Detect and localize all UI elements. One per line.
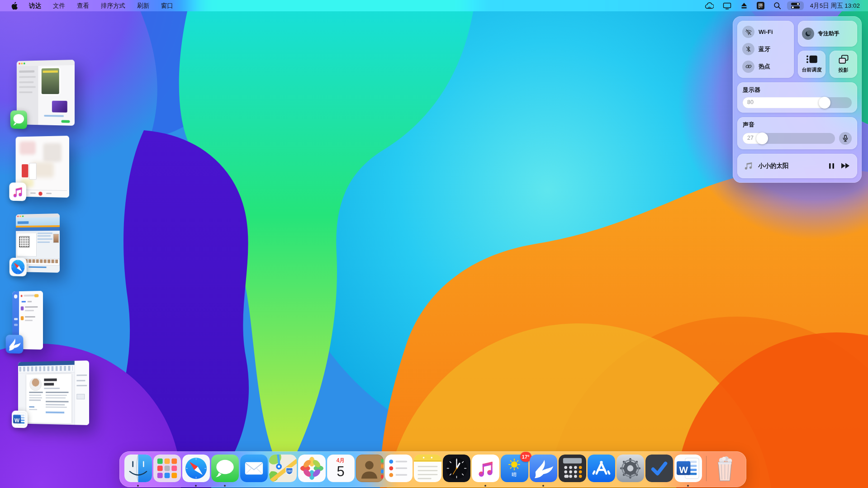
menu-bar-status: 拼 4月5日 周五 13:02	[702, 0, 862, 11]
display-label: 显示器	[743, 86, 852, 94]
menu-item-window[interactable]: 窗口	[156, 2, 178, 10]
calculator-icon	[559, 455, 586, 482]
running-indicator	[687, 485, 689, 487]
thunder-icon	[530, 455, 557, 482]
dock-item-system-settings[interactable]	[616, 455, 645, 487]
microphone-button[interactable]	[839, 132, 852, 145]
reminders-icon	[385, 455, 413, 482]
weather-condition: 晴	[512, 471, 517, 478]
input-method-button[interactable]: 拼	[754, 0, 768, 11]
dock-item-weather[interactable]: 晴 17°	[500, 455, 529, 487]
focus-toggle[interactable]: 专注助手	[798, 21, 857, 47]
display-value: 80	[747, 99, 754, 105]
bluetooth-off-icon	[742, 43, 754, 55]
finder-icon	[124, 455, 152, 482]
dock-item-photos[interactable]	[297, 455, 326, 487]
stage-manager-toggle[interactable]: 台前调度	[798, 51, 825, 78]
display-slider-thumb[interactable]	[819, 97, 830, 109]
dock-item-launchpad[interactable]	[152, 455, 181, 487]
pause-icon	[829, 163, 835, 169]
dock-item-safari[interactable]	[181, 455, 210, 487]
wifi-toggle[interactable]: Wi-Fi	[742, 26, 789, 38]
dock-item-trash[interactable]	[710, 455, 739, 487]
control-center-icon	[791, 2, 800, 9]
microphone-icon	[842, 135, 849, 142]
stage-window-safari[interactable]	[16, 213, 60, 273]
volume-slider[interactable]: 27	[743, 133, 835, 144]
dock-item-mail[interactable]	[239, 455, 268, 487]
dock-item-word[interactable]	[674, 455, 702, 487]
dock-item-contacts[interactable]	[355, 455, 384, 487]
next-track-button[interactable]	[840, 162, 851, 170]
eject-icon	[740, 2, 748, 9]
dock-item-notes[interactable]	[413, 455, 442, 487]
dock-item-todo[interactable]	[645, 455, 674, 487]
pause-button[interactable]	[828, 162, 835, 170]
calendar-icon: 4月 5	[327, 455, 355, 482]
mail-icon	[240, 455, 268, 482]
clock-icon	[443, 455, 470, 482]
display-card: 显示器 80	[737, 82, 857, 113]
traffic-lights	[19, 62, 25, 64]
screen-mirroring-icon	[838, 55, 849, 64]
thunder-badge-icon	[6, 335, 24, 354]
dock-separator	[706, 456, 707, 481]
control-center-button[interactable]	[787, 1, 804, 10]
dock-item-app-store[interactable]	[587, 455, 616, 487]
todo-checkmark-icon	[645, 455, 673, 482]
dock-item-thunder[interactable]	[529, 455, 558, 487]
stage-window-messages[interactable]	[17, 60, 75, 126]
running-indicator	[484, 485, 486, 487]
stage-manager-label: 台前调度	[802, 66, 822, 73]
stage-manager-icon	[806, 55, 817, 64]
dock-item-calendar[interactable]: 4月 5	[326, 455, 355, 487]
dock-item-maps[interactable]	[268, 455, 297, 487]
calendar-day: 5	[337, 464, 344, 479]
dock: 4月 5	[119, 451, 746, 487]
control-center-panel: Wi-Fi 蓝牙 热点	[733, 16, 862, 183]
display-status-button[interactable]	[720, 0, 735, 11]
music-badge-icon	[9, 182, 26, 201]
stage-window-word[interactable]	[18, 360, 89, 425]
search-icon	[773, 2, 781, 9]
connectivity-card: Wi-Fi 蓝牙 热点	[737, 21, 794, 78]
notes-icon	[414, 455, 441, 482]
screen-mirroring-toggle[interactable]: 投影	[830, 51, 857, 78]
dock-item-reminders[interactable]	[384, 455, 413, 487]
eject-button[interactable]	[737, 0, 751, 11]
dock-item-music[interactable]	[471, 455, 500, 487]
now-playing-card[interactable]: 小小的太阳	[737, 154, 857, 178]
icloud-status-button[interactable]	[702, 0, 717, 11]
wifi-off-icon	[742, 26, 754, 38]
photos-icon	[298, 455, 326, 482]
music-note-icon	[744, 161, 753, 171]
menu-item-refresh[interactable]: 刷新	[132, 2, 154, 10]
hotspot-icon	[742, 61, 754, 73]
dock-item-messages[interactable]	[210, 455, 239, 487]
menu-item-finder[interactable]: 访达	[24, 2, 46, 10]
weather-icon: 晴 17°	[501, 455, 528, 482]
menu-item-view[interactable]: 查看	[72, 2, 94, 10]
menu-item-file[interactable]: 文件	[48, 2, 70, 10]
word-icon	[674, 455, 702, 482]
hotspot-toggle[interactable]: 热点	[742, 61, 789, 73]
menu-item-sort[interactable]: 排序方式	[96, 2, 130, 10]
messages-badge-icon	[10, 110, 27, 129]
sound-card: 声音 27	[737, 117, 857, 149]
input-method-badge: 拼	[757, 2, 764, 9]
dock-item-calculator[interactable]	[558, 455, 587, 487]
spotlight-button[interactable]	[770, 0, 784, 11]
volume-slider-thumb[interactable]	[756, 133, 768, 144]
display-brightness-slider[interactable]: 80	[743, 97, 852, 108]
trash-icon	[711, 455, 739, 482]
contacts-icon	[356, 455, 384, 482]
dock-item-finder[interactable]	[123, 455, 152, 487]
safari-icon	[182, 455, 210, 482]
dock-item-clock[interactable]	[442, 455, 471, 487]
stage-window-thunder[interactable]	[12, 291, 43, 350]
bluetooth-toggle[interactable]: 蓝牙	[742, 43, 789, 55]
apple-icon	[11, 2, 18, 10]
stage-window-music[interactable]	[16, 136, 69, 198]
menu-bar-clock[interactable]: 4月5日 周五 13:02	[806, 2, 862, 10]
apple-menu[interactable]	[6, 2, 22, 10]
